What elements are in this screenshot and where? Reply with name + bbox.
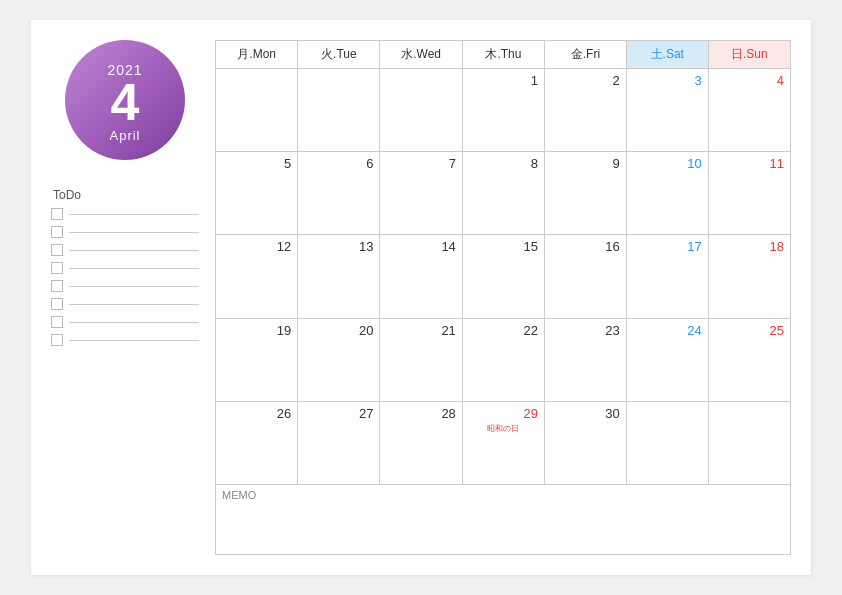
sidebar: 2021 4 April ToDo: [51, 40, 199, 555]
calendar-header-row: 月.Mon 火.Tue 水.Wed 木.Thu 金.Fri 土.Sat 日.Su…: [216, 41, 791, 69]
cell-w3-tue: 13: [298, 235, 380, 318]
todo-checkbox-8[interactable]: [51, 334, 63, 346]
todo-line-3: [69, 250, 199, 251]
todo-line-5: [69, 286, 199, 287]
calendar-week-2: 5 6 7 8 9 10 11: [216, 152, 791, 235]
todo-item-7[interactable]: [51, 316, 199, 328]
cell-w1-thu: 1: [462, 69, 544, 152]
header-sat: 土.Sat: [626, 41, 708, 69]
todo-section: ToDo: [51, 188, 199, 352]
todo-line-7: [69, 322, 199, 323]
todo-item-4[interactable]: [51, 262, 199, 274]
cell-w5-sun: [708, 401, 790, 484]
cell-w2-fri: 9: [545, 152, 627, 235]
header-thu: 木.Thu: [462, 41, 544, 69]
todo-line-1: [69, 214, 199, 215]
todo-checkbox-3[interactable]: [51, 244, 63, 256]
todo-checkbox-6[interactable]: [51, 298, 63, 310]
cell-w2-sat: 10: [626, 152, 708, 235]
cell-w5-mon: 26: [216, 401, 298, 484]
cell-w2-wed: 7: [380, 152, 462, 235]
month-circle: 2021 4 April: [65, 40, 185, 160]
calendar-week-1: 1 2 3 4: [216, 69, 791, 152]
cell-w2-sun: 11: [708, 152, 790, 235]
memo-label: MEMO: [222, 489, 256, 501]
cell-w1-sun: 4: [708, 69, 790, 152]
header-tue: 火.Tue: [298, 41, 380, 69]
memo-cell: MEMO: [216, 485, 791, 555]
holiday-label: 昭和の日: [469, 423, 538, 434]
cell-w3-wed: 14: [380, 235, 462, 318]
calendar-week-3: 12 13 14 15 16 17 18: [216, 235, 791, 318]
todo-line-4: [69, 268, 199, 269]
cell-w3-fri: 16: [545, 235, 627, 318]
todo-checkbox-7[interactable]: [51, 316, 63, 328]
memo-row: MEMO: [216, 485, 791, 555]
header-wed: 水.Wed: [380, 41, 462, 69]
month-number: 4: [111, 76, 140, 128]
cell-w4-thu: 22: [462, 318, 544, 401]
calendar-table: 月.Mon 火.Tue 水.Wed 木.Thu 金.Fri 土.Sat 日.Su…: [215, 40, 791, 555]
todo-line-8: [69, 340, 199, 341]
month-name: April: [109, 128, 140, 143]
todo-item-8[interactable]: [51, 334, 199, 346]
calendar-section: 月.Mon 火.Tue 水.Wed 木.Thu 金.Fri 土.Sat 日.Su…: [215, 40, 791, 555]
header-mon: 月.Mon: [216, 41, 298, 69]
cell-w4-tue: 20: [298, 318, 380, 401]
cell-w5-wed: 28: [380, 401, 462, 484]
todo-checkbox-1[interactable]: [51, 208, 63, 220]
calendar-week-5: 26 27 28 29 昭和の日 30: [216, 401, 791, 484]
cell-w2-thu: 8: [462, 152, 544, 235]
todo-checkbox-4[interactable]: [51, 262, 63, 274]
todo-item-5[interactable]: [51, 280, 199, 292]
header-sun: 日.Sun: [708, 41, 790, 69]
todo-checkbox-2[interactable]: [51, 226, 63, 238]
cell-w2-tue: 6: [298, 152, 380, 235]
cell-w5-tue: 27: [298, 401, 380, 484]
todo-checkbox-5[interactable]: [51, 280, 63, 292]
cell-w3-mon: 12: [216, 235, 298, 318]
todo-item-3[interactable]: [51, 244, 199, 256]
cell-w1-mon: [216, 69, 298, 152]
cell-w4-wed: 21: [380, 318, 462, 401]
todo-item-6[interactable]: [51, 298, 199, 310]
cell-w1-tue: [298, 69, 380, 152]
todo-title: ToDo: [51, 188, 199, 202]
cell-w3-thu: 15: [462, 235, 544, 318]
cell-w1-sat: 3: [626, 69, 708, 152]
cell-w1-wed: [380, 69, 462, 152]
todo-item-2[interactable]: [51, 226, 199, 238]
cell-w2-mon: 5: [216, 152, 298, 235]
page: 2021 4 April ToDo: [31, 20, 811, 575]
calendar-week-4: 19 20 21 22 23 24 25: [216, 318, 791, 401]
todo-item-1[interactable]: [51, 208, 199, 220]
cell-w5-thu: 29 昭和の日: [462, 401, 544, 484]
todo-line-2: [69, 232, 199, 233]
cell-w1-fri: 2: [545, 69, 627, 152]
cell-w3-sun: 18: [708, 235, 790, 318]
cell-w4-sun: 25: [708, 318, 790, 401]
cell-w5-fri: 30: [545, 401, 627, 484]
cell-w3-sat: 17: [626, 235, 708, 318]
cell-w4-sat: 24: [626, 318, 708, 401]
todo-line-6: [69, 304, 199, 305]
cell-w5-sat: [626, 401, 708, 484]
cell-w4-mon: 19: [216, 318, 298, 401]
cell-w4-fri: 23: [545, 318, 627, 401]
header-fri: 金.Fri: [545, 41, 627, 69]
